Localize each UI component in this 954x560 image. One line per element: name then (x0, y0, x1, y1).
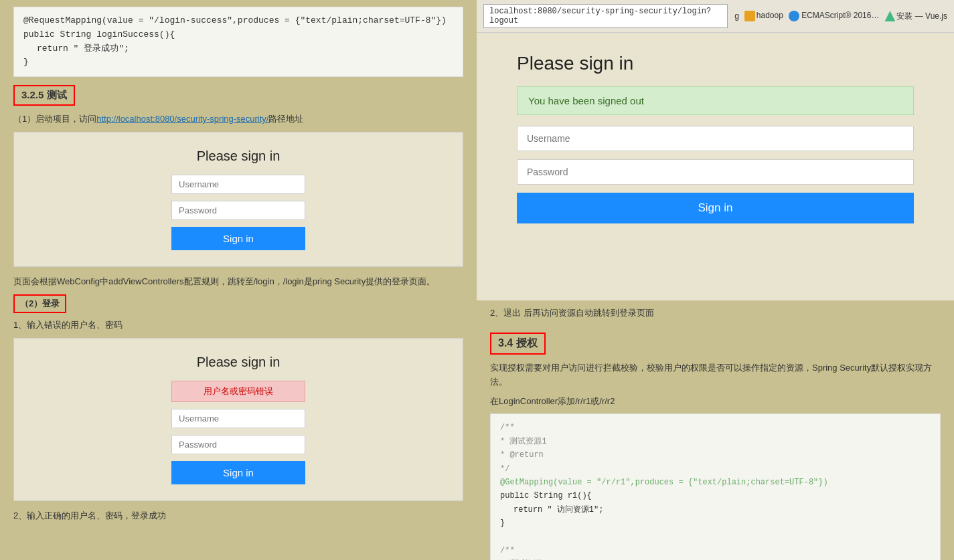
auth-para-2: 在LoginController添加/r/r1或/r/r2 (490, 395, 941, 409)
login-box-1-title: Please sign in (27, 149, 449, 164)
code-line-4: } (23, 56, 453, 70)
fav-ecma[interactable]: ECMAScript® 2016… (789, 11, 880, 21)
auth-para-1: 实现授权需要对用户访问进行拦截校验，校验用户的权限是否可以操作指定的资源，Spr… (490, 361, 941, 389)
fav-hadoop[interactable]: hadoop (744, 11, 783, 21)
code-block-1: @RequestMapping(value = "/login-success"… (13, 7, 463, 77)
step-wrong-para: 1、输入错误的用户名、密码 (13, 318, 463, 333)
signed-out-message: You have been signed out (517, 86, 914, 115)
username-input-1[interactable] (171, 175, 305, 194)
step-correct-para: 2、输入正确的用户名、密码，登录成功 (13, 509, 463, 523)
code-method-1: public String r1(){ (500, 489, 931, 502)
code-comment-1: /** (500, 421, 931, 434)
code-line-1: @RequestMapping(value = "/login-success"… (23, 14, 453, 28)
login-box-2-title: Please sign in (27, 355, 449, 370)
code-block-right: /** * 测试资源1 * @return */ @GetMapping(val… (490, 413, 941, 560)
browser-url-bar[interactable]: localhost:8080/security-spring-security/… (483, 4, 728, 28)
code-annotation-1: @GetMapping(value = "/r/r1",produces = {… (500, 476, 931, 489)
login-box-2: Please sign in 用户名或密码错误 Sign in (13, 338, 463, 501)
vue-icon (884, 11, 895, 21)
para-1: 页面会根据WebConfig中addViewControllers配置规则，跳转… (13, 275, 463, 289)
hadoop-icon (744, 11, 755, 21)
section-34-heading: 3.4 授权 (490, 333, 546, 355)
sign-in-button-1[interactable]: Sign in (171, 227, 305, 250)
code-comment-4: */ (500, 462, 931, 476)
right-note-2: 2、退出 后再访问资源自动跳转到登录页面 (477, 300, 954, 326)
code-line-3: return " 登录成功"; (23, 42, 453, 56)
right-login-title: Please sign in (517, 53, 914, 74)
username-input-2[interactable] (171, 409, 305, 428)
auth-section: 3.4 授权 实现授权需要对用户访问进行拦截校验，校验用户的权限是否可以操作指定… (477, 326, 954, 560)
right-password-input[interactable] (517, 159, 914, 185)
browser-favorites: g hadoop ECMAScript® 2016… 安装 — Vue.js (734, 11, 947, 22)
step1-link[interactable]: http://localhost:8080/security-spring-se… (96, 114, 268, 124)
code-blank (500, 531, 931, 544)
section-325-heading: 3.2.5 测试 (13, 85, 75, 106)
login-box-1: Please sign in Sign in (13, 132, 463, 267)
code-comment-3: * @return (500, 448, 931, 462)
code-line-2: public String loginSuccess(){ (23, 28, 453, 42)
sub-section-login: （2）登录 (13, 294, 66, 313)
code-comment-6: * 测试资源2 (500, 557, 931, 560)
right-panel: localhost:8080/security-spring-security/… (477, 0, 954, 560)
password-input-2[interactable] (171, 435, 305, 454)
right-login-area: Please sign in You have been signed out … (477, 33, 954, 300)
right-username-input[interactable] (517, 126, 914, 151)
globe-icon (789, 11, 799, 21)
error-message: 用户名或密码错误 (171, 381, 305, 402)
right-sign-in-button[interactable]: Sign in (517, 193, 914, 223)
code-return-1: return " 访问资源1"; (500, 503, 931, 517)
sign-in-button-2[interactable]: Sign in (171, 461, 305, 484)
step1-para: （1）启动项目，访问http://localhost:8080/security… (13, 112, 463, 126)
left-panel: @RequestMapping(value = "/login-success"… (0, 0, 477, 560)
code-comment-5: /** (500, 544, 931, 557)
browser-bar: localhost:8080/security-spring-security/… (477, 0, 954, 33)
fav-vue[interactable]: 安装 — Vue.js (884, 11, 947, 22)
code-comment-2: * 测试资源1 (500, 435, 931, 448)
password-input-1[interactable] (171, 201, 305, 220)
fav-g[interactable]: g (734, 11, 739, 21)
code-close-1: } (500, 517, 931, 530)
